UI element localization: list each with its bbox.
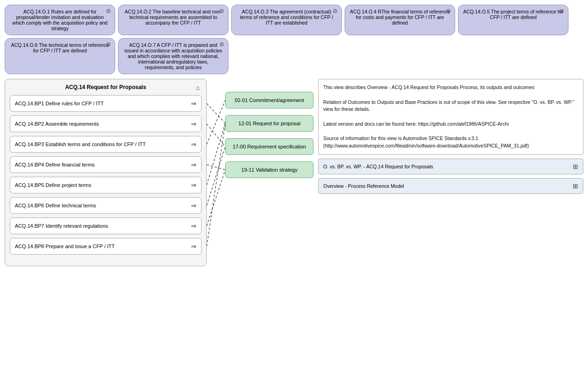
gear-icon[interactable]: ⚙ — [106, 8, 111, 14]
wp-node-wp3: 17-00 Requirement specification — [225, 138, 314, 155]
arrow-right-icon[interactable]: ⇒ — [191, 100, 196, 107]
wp-label: 19-11 Validation strategy — [242, 167, 298, 173]
wp-node-wp1: 02-01 Commitment/agreement — [225, 92, 314, 109]
wp-node-wp4: 19-11 Validation strategy — [225, 161, 314, 178]
outcome-node-o5: ACQ.14.O.5 The project terms of referenc… — [458, 5, 568, 35]
outcomes-area: ACQ.14.O.1 Rules are defined for proposa… — [0, 0, 588, 74]
outcome-text: ACQ.14.O.6 The technical terms of refere… — [11, 42, 109, 53]
wp-label: 17-00 Requirement specification — [233, 144, 306, 149]
bp-item-bp3[interactable]: ACQ.14.BP3 Establish terms and condition… — [10, 136, 202, 153]
gear-icon[interactable]: ⚙ — [106, 41, 111, 48]
outcome-text: ACQ.14.O.1 Rules are defined for proposa… — [13, 9, 108, 31]
bp-label: ACQ.14.BP5 Define project terms — [15, 182, 91, 188]
gear-icon[interactable]: ⚙ — [219, 8, 224, 14]
arrow-right-icon[interactable]: ⇒ — [191, 161, 196, 168]
wp-node-wp2: 12-01 Request for proposal — [225, 115, 314, 132]
outcome-text: ACQ.14.O.7 A CFP / ITT is prepared and i… — [124, 42, 222, 70]
bp-item-bp8[interactable]: ACQ.14.BP8 Prepare and issue a CFP / ITT… — [10, 238, 202, 255]
outcome-text: ACQ.14.O.5 The project terms of referenc… — [463, 9, 563, 20]
gear-icon[interactable]: ⚙ — [219, 41, 224, 48]
bp-label: ACQ.14.BP2 Assemble requirements — [15, 121, 99, 127]
link-label-2: Overview - Process Reference Model — [323, 183, 404, 189]
bp-item-bp4[interactable]: ACQ.14.BP4 Define financial terms⇒ — [10, 156, 202, 173]
bp-item-bp6[interactable]: ACQ.14.BP6 Define technical terms⇒ — [10, 197, 202, 214]
svg-line-3 — [207, 165, 225, 170]
arrow-right-icon[interactable]: ⇒ — [191, 181, 196, 189]
info-panel: This view describes Overview - ACQ.14 Re… — [318, 79, 583, 194]
wp-label: 12-01 Request for proposal — [238, 121, 300, 126]
bp-label: ACQ.14.BP3 Establish terms and condition… — [15, 141, 146, 147]
grid-icon-2: ⊞ — [573, 182, 578, 190]
bp-item-bp5[interactable]: ACQ.14.BP5 Define project terms⇒ — [10, 177, 202, 193]
gear-icon[interactable]: ⚙ — [333, 8, 338, 14]
bp-label: ACQ.14.BP8 Prepare and issue a CFP / ITT — [15, 244, 115, 249]
svg-line-6 — [207, 170, 225, 226]
gear-icon[interactable]: ⚙ — [446, 8, 451, 14]
arrow-right-icon[interactable]: ⇒ — [191, 141, 196, 148]
svg-line-7 — [207, 123, 225, 246]
bp-list: ACQ.14.BP1 Define rules for CFP / ITT⇒AC… — [10, 95, 202, 255]
outcome-text: ACQ.14.O.3 The agreement (contractual) t… — [240, 9, 333, 26]
gear-icon[interactable]: ⚙ — [559, 8, 564, 14]
bp-label: ACQ.14.BP6 Define technical terms — [15, 203, 96, 208]
arrow-right-icon[interactable]: ⇒ — [191, 222, 196, 230]
process-panel: ACQ.14 Request for Proposals ⌂ ACQ.14.BP… — [5, 79, 207, 266]
info-description: This view describes Overview - ACQ.14 Re… — [318, 79, 583, 155]
outcome-node-o1: ACQ.14.O.1 Rules are defined for proposa… — [5, 5, 115, 35]
grid-icon-1: ⊞ — [573, 163, 578, 170]
svg-line-2 — [207, 100, 225, 144]
bp-item-bp7[interactable]: ACQ.14.BP7 Identify relevant regulations… — [10, 218, 202, 234]
svg-line-1 — [207, 124, 225, 147]
home-icon[interactable]: ⌂ — [196, 84, 200, 91]
outcome-node-o6: ACQ.14.O.6 The technical terms of refere… — [5, 38, 115, 74]
arrow-right-icon[interactable]: ⇒ — [191, 243, 196, 250]
arrow-right-icon[interactable]: ⇒ — [191, 202, 196, 209]
outcome-node-o7: ACQ.14.O.7 A CFP / ITT is prepared and i… — [118, 38, 229, 74]
wp-label: 02-01 Commitment/agreement — [235, 97, 304, 103]
svg-line-0 — [207, 103, 225, 123]
arrow-right-icon[interactable]: ⇒ — [191, 120, 196, 128]
bp-label: ACQ.14.BP7 Identify relevant regulations — [15, 223, 108, 229]
workproducts-panel: 02-01 Commitment/agreement12-01 Request … — [225, 92, 314, 178]
bp-item-bp2[interactable]: ACQ.14.BP2 Assemble requirements⇒ — [10, 115, 202, 132]
outcome-node-o3: ACQ.14.O.3 The agreement (contractual) t… — [231, 5, 342, 35]
process-title: ACQ.14 Request for Proposals ⌂ — [10, 84, 202, 90]
bp-label: ACQ.14.BP1 Define rules for CFP / ITT — [15, 101, 104, 106]
svg-line-5 — [207, 147, 225, 205]
main-area: ACQ.14 Request for Proposals ⌂ ACQ.14.BP… — [0, 79, 588, 357]
outcome-text: ACQ.14.O.4 RThe financial terms of refer… — [350, 9, 450, 26]
diagram-wrapper: 02-01 Commitment/agreement12-01 Request … — [211, 79, 583, 357]
bp-item-bp1[interactable]: ACQ.14.BP1 Define rules for CFP / ITT⇒ — [10, 95, 202, 112]
link-label-1: O. vs. BP. vs. WP. - ACQ.14 Request for … — [323, 164, 433, 169]
outcome-node-o2: ACQ.14.O.2 The baseline technical and no… — [118, 5, 229, 35]
link-box-1[interactable]: O. vs. BP. vs. WP. - ACQ.14 Request for … — [318, 159, 583, 174]
link-box-2[interactable]: Overview - Process Reference Model ⊞ — [318, 178, 583, 194]
bp-label: ACQ.14.BP4 Define financial terms — [15, 162, 95, 167]
outcome-text: ACQ.14.O.2 The baseline technical and no… — [125, 9, 222, 26]
process-title-text: ACQ.14 Request for Proposals — [65, 84, 146, 90]
outcome-node-o4: ACQ.14.O.4 RThe financial terms of refer… — [345, 5, 455, 35]
svg-line-4 — [207, 123, 225, 185]
